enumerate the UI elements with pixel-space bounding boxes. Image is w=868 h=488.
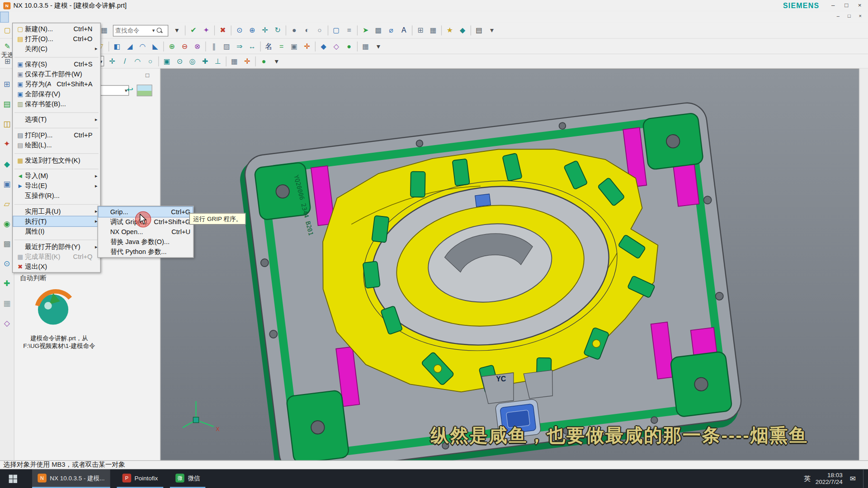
hd3d-tools-icon[interactable]: ◆ [1, 158, 12, 169]
assembly-navigator-icon[interactable]: ⊞ [1, 79, 12, 89]
panel-combo[interactable]: ▾ [99, 85, 129, 96]
menu-item-save-bookmark[interactable]: ▥ 保存书签(B)... [13, 99, 99, 109]
menu-item[interactable] [14, 165, 99, 169]
menu-item[interactable] [14, 125, 99, 129]
line-icon[interactable]: / [118, 55, 131, 67]
process-studio-icon[interactable]: ◉ [1, 218, 12, 229]
menu-item-properties[interactable]: 属性(I) [13, 226, 99, 236]
toolbar-icon[interactable] [357, 41, 358, 51]
expression-icon[interactable]: = [275, 40, 288, 52]
constraint-navigator-icon[interactable]: ▤ [1, 99, 12, 109]
snap-center-icon[interactable]: ◎ [186, 55, 198, 67]
toolbar-icon[interactable] [260, 41, 261, 51]
panel-icon[interactable]: ▤ [473, 24, 486, 37]
snap-end-icon[interactable]: ▣ [160, 55, 173, 67]
menu-item-exit[interactable]: ✖ 退出(X) [13, 262, 99, 272]
toolbar-icon[interactable] [231, 25, 231, 35]
menubar-item[interactable] [0, 11, 9, 22]
more-icon[interactable]: ▦ [359, 40, 372, 52]
internet-explorer-icon[interactable]: ▣ [1, 178, 12, 189]
menu-item[interactable] [14, 201, 99, 205]
image-button[interactable] [137, 84, 152, 96]
toolbar-icon[interactable] [441, 25, 442, 35]
grid-snap-icon[interactable]: ▦ [228, 55, 241, 67]
dropdown-icon[interactable]: ▾ [170, 24, 183, 37]
part-navigator-icon[interactable]: ◫ [1, 118, 12, 129]
menu-item-interop[interactable]: 互操作(R)... [13, 191, 99, 201]
graphics-window[interactable]: YQ20006 2344 B201 YC X 纵然是咸鱼，也要做最咸的那一条--… [160, 69, 859, 460]
menubar-item[interactable] [44, 11, 53, 22]
chamfer-icon[interactable]: ◣ [149, 40, 161, 52]
submenu-item-java-params[interactable]: 替换 Java 参数(O)... [99, 237, 193, 247]
close-button[interactable]: × [854, 1, 866, 10]
subtract-icon[interactable]: ⊖ [178, 40, 191, 52]
grid-icon[interactable]: ▦ [427, 24, 439, 37]
toolbar-icon[interactable] [357, 25, 358, 35]
menubar-item[interactable] [62, 11, 71, 22]
toolbar-icon[interactable] [185, 25, 185, 35]
menubar-item[interactable] [89, 11, 98, 22]
menu-item-save-work-part[interactable]: ▣ 仅保存工作部件(W) [13, 69, 99, 79]
surface-icon[interactable]: ◇ [330, 40, 343, 52]
back-arrow-icon[interactable]: ↩ [127, 85, 133, 94]
palette-icon[interactable]: ◇ [1, 318, 12, 328]
toolbar-icon[interactable] [286, 25, 286, 35]
window-icon[interactable]: ▢ [330, 24, 343, 37]
menu-item-close[interactable]: 关闭(C) ▸ [13, 44, 99, 54]
search-input[interactable] [113, 27, 151, 34]
circle-icon[interactable]: ○ [144, 55, 156, 67]
start-button[interactable] [0, 469, 25, 488]
toolbar-icon[interactable] [412, 25, 412, 35]
unite-icon[interactable]: ⊕ [165, 40, 178, 52]
pattern-icon[interactable]: ▩ [372, 24, 385, 37]
toolbar-icon[interactable] [163, 41, 164, 51]
templates-icon[interactable]: ▦ [1, 298, 12, 309]
part-preview-thumbnail[interactable] [31, 286, 75, 330]
menubar-item[interactable] [53, 11, 62, 22]
dropdown-icon[interactable]: ▾ [486, 24, 498, 37]
shaded-icon[interactable]: ● [288, 24, 301, 37]
edit-name-icon[interactable]: 名 [262, 40, 275, 52]
menu-item-print[interactable]: ▤ 打印(P)... Ctrl+P [13, 130, 99, 140]
chevron-down-icon[interactable]: ▾ [151, 28, 156, 33]
menubar-item[interactable] [71, 11, 80, 22]
menu-item[interactable] [14, 150, 99, 154]
menubar-item[interactable] [18, 11, 27, 22]
menu-item-execute[interactable]: 执行(T) ▸ [13, 216, 99, 226]
action-center-icon[interactable]: ✉ [850, 474, 856, 483]
menu-item-finish-sketch[interactable]: ▦ 完成草图(K) Ctrl+Q [13, 252, 99, 262]
wireframe-icon[interactable]: ○ [313, 24, 326, 37]
arc-icon[interactable]: ◠ [131, 55, 144, 67]
point-set-icon[interactable]: ● [343, 40, 355, 52]
fit-view-icon[interactable]: ⊙ [233, 24, 246, 37]
menubar-item[interactable] [115, 11, 124, 22]
taskbar-app-pointofix[interactable]: P Pointofix [117, 469, 163, 488]
menu-item[interactable] [14, 109, 99, 113]
layers-icon[interactable]: ≡ [343, 24, 355, 37]
menubar-item[interactable] [106, 11, 115, 22]
intersect-icon[interactable]: ⊗ [191, 40, 203, 52]
render-style-icon[interactable]: ● [257, 55, 270, 67]
manufacturing-wizard-icon[interactable]: ▩ [1, 238, 12, 249]
dropdown-icon[interactable]: ▾ [270, 55, 283, 67]
measure-icon[interactable]: ⌀ [385, 24, 397, 37]
toolbar-icon[interactable] [108, 41, 109, 51]
taskbar-app-nx[interactable]: N NX 10.0.3.5 - 建模... [32, 469, 110, 488]
blend-icon[interactable]: ◠ [136, 40, 149, 52]
check-icon[interactable]: ✔ [187, 24, 200, 37]
menu-item[interactable] [14, 236, 99, 240]
pin-icon[interactable]: ◆ [456, 24, 469, 37]
snap-icon[interactable]: ⊞ [414, 24, 427, 37]
menubar-item[interactable] [35, 11, 44, 22]
toolbar-icon[interactable] [471, 25, 471, 35]
draft-icon[interactable]: ◢ [123, 40, 136, 52]
menu-item-import[interactable]: ◄ 导入(M) ▸ [13, 171, 99, 181]
minimize-button[interactable]: – [827, 1, 839, 10]
delete-icon[interactable]: ✖ [217, 24, 229, 37]
menu-item-save-all[interactable]: ▣ 全部保存(V) [13, 89, 99, 99]
submenu-item-nx-open[interactable]: NX Open... Ctrl+U [99, 227, 193, 237]
annotation-icon[interactable]: A [397, 24, 410, 37]
mdi-minimize-button[interactable]: – [834, 13, 843, 20]
taskbar-app-wechat[interactable]: 微 微信 [170, 469, 205, 488]
point-icon[interactable]: ✛ [106, 55, 118, 67]
